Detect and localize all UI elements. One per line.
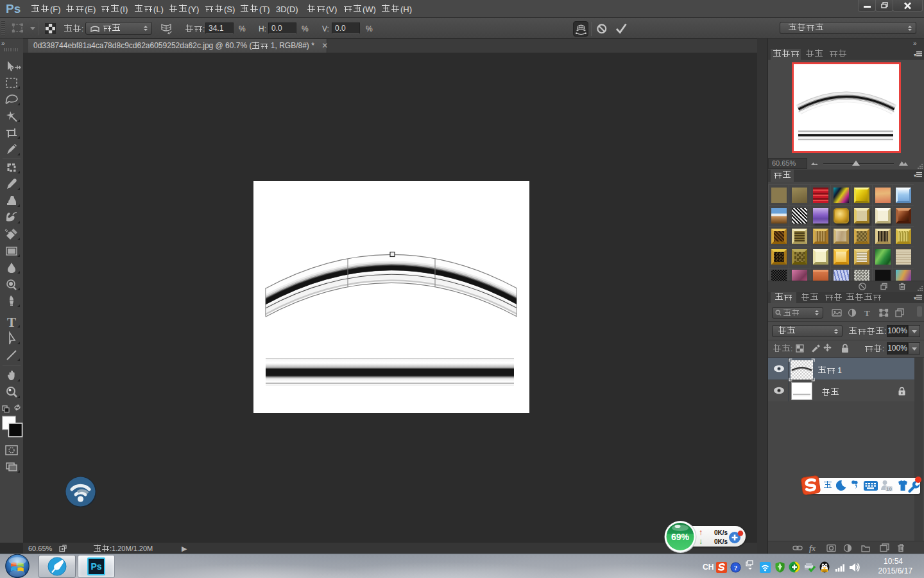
svg-text:fx: fx [809,544,816,553]
svg-text:69%: 69% [671,532,690,542]
svg-text:T: T [7,315,16,330]
svg-text:?: ? [734,564,738,572]
svg-text:10: 10 [886,486,892,492]
svg-text:T: T [864,308,870,318]
